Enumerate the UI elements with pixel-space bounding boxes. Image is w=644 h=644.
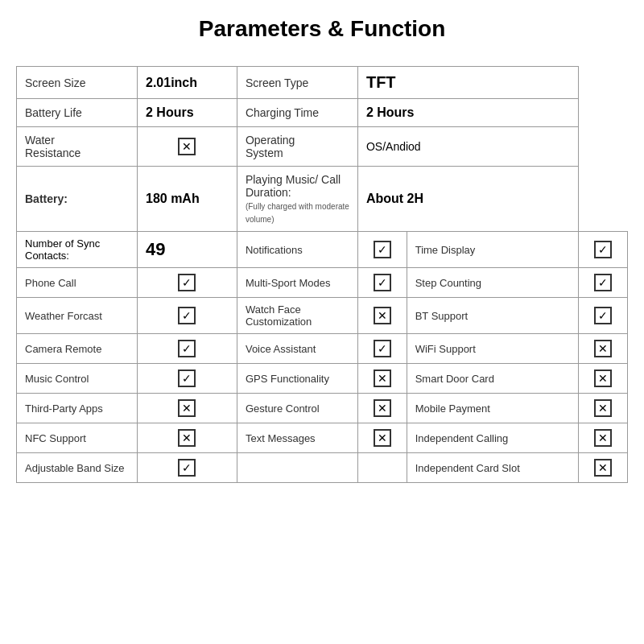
operating-system-value: OS/Andiod xyxy=(357,127,578,167)
screen-type-label: Screen Type xyxy=(237,67,357,99)
wifi-support-check xyxy=(579,334,628,364)
bt-support-check xyxy=(579,298,628,334)
sync-contacts-label: Number of Sync Contacts: xyxy=(17,232,138,268)
gps-check xyxy=(357,364,407,394)
independent-card-label: Independent Card Slot xyxy=(407,453,579,483)
time-display-check xyxy=(579,232,628,268)
battery-life-value: 2 Hours xyxy=(138,99,237,127)
voice-assistant-check xyxy=(357,334,407,364)
weather-label: Weather Forcast xyxy=(17,298,138,334)
voice-assistant-label: Voice Assistant xyxy=(237,334,357,364)
mobile-payment-label: Mobile Payment xyxy=(407,394,579,423)
watch-face-check xyxy=(357,298,407,334)
adjustable-band-label: Adjustable Band Size xyxy=(17,453,138,483)
empty-cell2 xyxy=(357,453,407,483)
mobile-payment-check xyxy=(579,394,628,423)
smart-door-check xyxy=(579,364,628,394)
sync-contacts-value: 49 xyxy=(138,232,237,268)
battery-label: Battery: xyxy=(17,167,138,232)
phone-call-label: Phone Call xyxy=(17,268,138,298)
independent-card-check xyxy=(579,453,628,483)
water-resistance-label: WaterResistance xyxy=(17,127,138,167)
nfc-label: NFC Support xyxy=(17,423,138,453)
page-title: Parameters & Function xyxy=(16,16,628,50)
step-counting-check xyxy=(579,268,628,298)
operating-system-label: OperatingSystem xyxy=(237,127,357,167)
smart-door-label: Smart Door Card xyxy=(407,364,579,394)
camera-remote-check xyxy=(138,334,237,364)
playing-music-label: Playing Music/ Call Duration: (Fully cha… xyxy=(237,167,357,232)
gesture-label: Gesture Control xyxy=(237,394,357,423)
multi-sport-check xyxy=(357,268,407,298)
multi-sport-label: Multi-Sport Modes xyxy=(237,268,357,298)
text-messages-label: Text Messages xyxy=(237,423,357,453)
music-control-check xyxy=(138,364,237,394)
text-messages-check xyxy=(357,423,407,453)
wifi-support-label: WiFi Support xyxy=(407,334,579,364)
camera-remote-label: Camera Remote xyxy=(17,334,138,364)
third-party-check xyxy=(138,394,237,423)
charging-time-value: 2 Hours xyxy=(357,99,578,127)
screen-size-value: 2.01inch xyxy=(138,67,237,99)
weather-check xyxy=(138,298,237,334)
nfc-check xyxy=(138,423,237,453)
gesture-check xyxy=(357,394,407,423)
battery-value: 180 mAh xyxy=(138,167,237,232)
step-counting-label: Step Counting xyxy=(407,268,579,298)
adjustable-band-check xyxy=(138,453,237,483)
playing-music-value: About 2H xyxy=(357,167,578,232)
screen-type-value: TFT xyxy=(357,67,578,99)
independent-calling-check xyxy=(579,423,628,453)
battery-life-label: Battery Life xyxy=(17,99,138,127)
independent-calling-label: Independent Calling xyxy=(407,423,579,453)
phone-call-check xyxy=(138,268,237,298)
water-resistance-check xyxy=(138,127,237,167)
bt-support-label: BT Support xyxy=(407,298,579,334)
music-control-label: Music Control xyxy=(17,364,138,394)
screen-size-label: Screen Size xyxy=(17,67,138,99)
notifications-label: Notifications xyxy=(237,232,357,268)
third-party-label: Third-Party Apps xyxy=(17,394,138,423)
empty-cell xyxy=(237,453,357,483)
time-display-label: Time Display xyxy=(407,232,579,268)
notifications-check xyxy=(357,232,407,268)
charging-time-label: Charging Time xyxy=(237,99,357,127)
gps-label: GPS Functionality xyxy=(237,364,357,394)
watch-face-label: Watch Face Customization xyxy=(237,298,357,334)
